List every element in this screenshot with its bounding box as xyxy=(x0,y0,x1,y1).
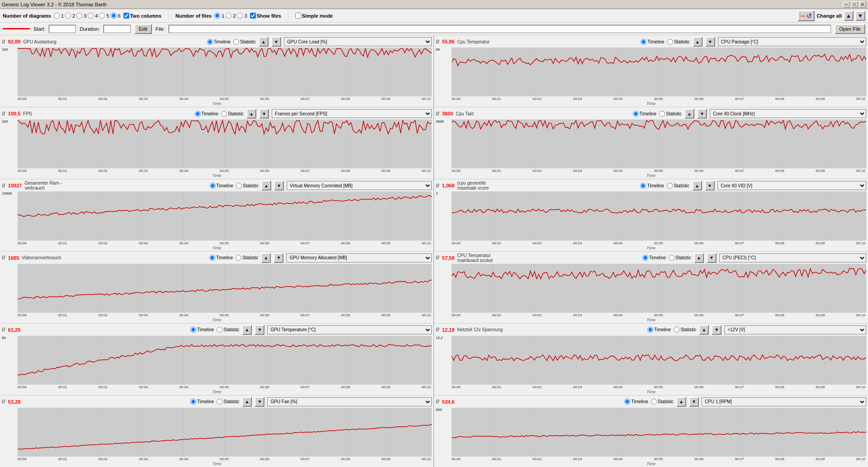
dropdown-fps[interactable]: Frames per Second [FPS] xyxy=(272,109,432,118)
up-button-ram[interactable]: ▲ xyxy=(261,181,271,191)
change-all-down-button[interactable]: ▼ xyxy=(855,11,865,21)
red-arrows-control[interactable]: ─ ↺ xyxy=(797,10,815,21)
x-label: 00:07 xyxy=(301,241,310,245)
files-radio-1[interactable] xyxy=(214,13,220,19)
statistic-radio-ram[interactable] xyxy=(236,183,242,189)
up-button-cpu-vcore[interactable]: ▲ xyxy=(692,181,702,191)
open-file-button[interactable]: Open File xyxy=(835,24,865,34)
radio-6[interactable] xyxy=(111,13,117,19)
radio-2-label: 2 xyxy=(72,13,75,19)
x-label: 00:04 xyxy=(179,169,189,173)
down-button-gpu-temp[interactable]: ▼ xyxy=(255,325,264,335)
show-files-checkbox[interactable] xyxy=(250,13,256,19)
up-button-cpu-temp[interactable]: ▲ xyxy=(693,37,703,47)
up-button-12v[interactable]: ▲ xyxy=(699,325,709,335)
timeline-radio-gpu-temp[interactable] xyxy=(190,327,196,333)
down-button-12v[interactable]: ▼ xyxy=(712,325,722,335)
statistic-radio-cpu-temp[interactable] xyxy=(667,39,673,45)
x-axis-label-gpu-fan: Time xyxy=(2,462,432,466)
radio-5[interactable] xyxy=(99,13,105,19)
dropdown-gpu-fan[interactable]: GPU Fan [%] xyxy=(267,397,432,406)
maximize-button[interactable]: □ xyxy=(851,1,858,8)
two-columns-checkbox[interactable] xyxy=(123,13,129,19)
dropdown-cpu-peci[interactable]: CPU (PECI) [°C] xyxy=(719,253,866,262)
radio-2[interactable] xyxy=(65,13,71,19)
dropdown-cpu-clock[interactable]: Core #0 Clock [MHz] xyxy=(710,109,866,118)
timeline-radio-cpu-clock[interactable] xyxy=(633,111,639,117)
timeline-radio-label-gpu-fan: Timeline xyxy=(190,399,214,405)
timeline-radio-cpu-fan[interactable] xyxy=(624,399,630,405)
up-button-cpu-fan[interactable]: ▲ xyxy=(676,397,686,407)
change-all-up-button[interactable]: ▲ xyxy=(844,11,854,21)
timeline-radio-ram[interactable] xyxy=(210,183,216,189)
statistic-radio-cpu-peci[interactable] xyxy=(669,255,675,261)
down-button-cpu-fan[interactable]: ▼ xyxy=(689,397,699,407)
dropdown-gpu-load[interactable]: GPU Core Load [%] xyxy=(284,37,432,46)
minimize-button[interactable]: ─ xyxy=(843,1,850,8)
num-diagrams-group: 1 2 3 4 5 6 xyxy=(54,13,121,19)
down-button-gpu-load[interactable]: ▼ xyxy=(271,37,281,47)
statistic-radio-cpu-vcore[interactable] xyxy=(667,183,673,189)
dropdown-cpu-fan[interactable]: CPU 1 [RPM] xyxy=(702,397,866,406)
statistic-radio-vram[interactable] xyxy=(236,255,241,261)
down-button-gpu-fan[interactable]: ▼ xyxy=(255,397,264,407)
statistic-radio-gpu-fan[interactable] xyxy=(217,399,222,405)
down-button-fps[interactable]: ▼ xyxy=(259,109,269,119)
x-label: 00:04 xyxy=(613,385,623,389)
down-button-cpu-temp[interactable]: ▼ xyxy=(705,37,715,47)
statistic-radio-label-12v: Statistic xyxy=(674,327,696,333)
radio-4[interactable] xyxy=(88,13,94,19)
up-button-cpu-clock[interactable]: ▲ xyxy=(684,109,694,119)
timeline-radio-gpu-load[interactable] xyxy=(207,39,213,45)
radio-5-label: 5 xyxy=(106,13,109,19)
close-button[interactable]: ✕ xyxy=(859,1,866,8)
dropdown-vram[interactable]: GPU Memory Allocated [MB] xyxy=(286,253,432,262)
x-label: 00:09 xyxy=(816,313,825,317)
x-label: 00:07 xyxy=(735,313,744,317)
timeline-radio-cpu-peci[interactable] xyxy=(642,255,648,261)
x-label: 00:05 xyxy=(220,457,229,461)
statistic-radio-fps[interactable] xyxy=(221,111,227,117)
timeline-radio-cpu-temp[interactable] xyxy=(641,39,646,45)
dropdown-ram[interactable]: Virtual Memory Commited [MB] xyxy=(287,181,432,190)
dropdown-cpu-vcore[interactable]: Core #0 VID [V] xyxy=(717,181,866,190)
file-path-input[interactable]: C:\Program Files\HWiNFO64\pcars test 3.6… xyxy=(169,25,831,33)
files-radio-2[interactable] xyxy=(226,13,231,19)
x-label: 00:10 xyxy=(422,169,431,173)
statistic-radio-gpu-temp[interactable] xyxy=(217,327,222,333)
statistic-radio-cpu-clock[interactable] xyxy=(659,111,665,117)
down-button-cpu-clock[interactable]: ▼ xyxy=(697,109,707,119)
files-radio-3[interactable] xyxy=(237,13,243,19)
dropdown-gpu-temp[interactable]: GPU Temperature [°C] xyxy=(267,325,432,334)
timeline-radio-gpu-fan[interactable] xyxy=(190,399,196,405)
down-button-cpu-vcore[interactable]: ▼ xyxy=(705,181,715,191)
radio-1[interactable] xyxy=(54,13,60,19)
up-button-gpu-fan[interactable]: ▲ xyxy=(242,397,252,407)
up-button-gpu-load[interactable]: ▲ xyxy=(259,37,269,47)
statistic-radio-12v[interactable] xyxy=(674,327,679,333)
avg-symbol: Ø xyxy=(2,255,5,260)
diagram-gpu-fan: Ø53,28TimelineStatistic▲▼GPU Fan [%]00:0… xyxy=(0,396,434,467)
down-button-vram[interactable]: ▼ xyxy=(274,253,283,263)
timeline-radio-12v[interactable] xyxy=(647,327,653,333)
down-button-ram[interactable]: ▼ xyxy=(274,181,284,191)
radio-3[interactable] xyxy=(76,13,82,19)
dropdown-12v[interactable]: +12V [V] xyxy=(724,325,866,334)
up-button-cpu-peci[interactable]: ▲ xyxy=(694,253,704,263)
start-input[interactable]: 00:03:38 xyxy=(49,25,76,33)
diagram-label-vram: Videoramverbrauch xyxy=(22,255,61,260)
timeline-radio-fps[interactable] xyxy=(195,111,201,117)
timeline-radio-cpu-vcore[interactable] xyxy=(640,183,646,189)
up-button-fps[interactable]: ▲ xyxy=(246,109,256,119)
dropdown-cpu-temp[interactable]: CPU Package [°C] xyxy=(718,37,866,46)
chart-wrap-vram xyxy=(2,264,432,313)
statistic-radio-gpu-load[interactable] xyxy=(233,39,239,45)
duration-input[interactable]: 00:10:14 xyxy=(104,25,131,33)
timeline-radio-vram[interactable] xyxy=(209,255,215,261)
edit-button[interactable]: Edit xyxy=(134,24,152,34)
statistic-radio-cpu-fan[interactable] xyxy=(651,399,657,405)
down-button-cpu-peci[interactable]: ▼ xyxy=(707,253,717,263)
simple-mode-checkbox[interactable] xyxy=(295,13,301,19)
up-button-gpu-temp[interactable]: ▲ xyxy=(242,325,252,335)
up-button-vram[interactable]: ▲ xyxy=(261,253,271,263)
